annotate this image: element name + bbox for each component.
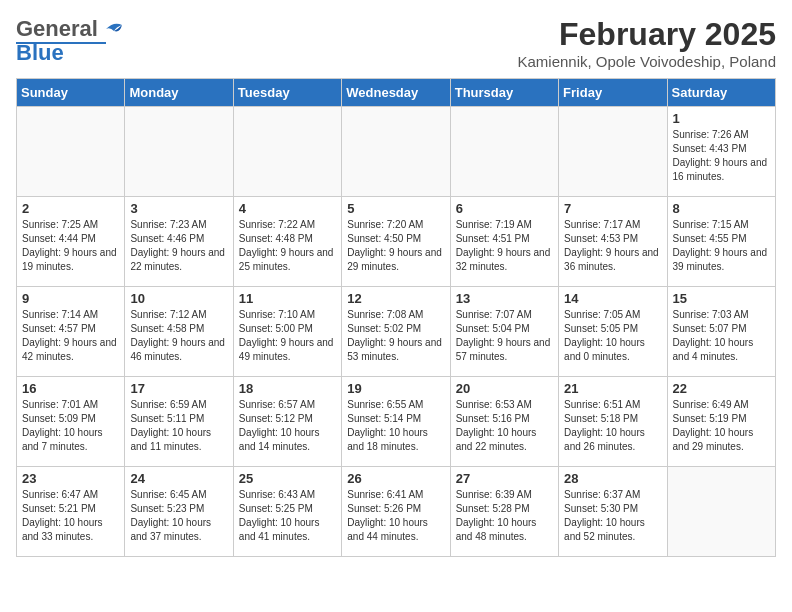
calendar-cell	[17, 107, 125, 197]
day-info: Sunrise: 6:55 AM Sunset: 5:14 PM Dayligh…	[347, 399, 428, 452]
day-number: 17	[130, 381, 227, 396]
weekday-header-monday: Monday	[125, 79, 233, 107]
day-number: 18	[239, 381, 336, 396]
week-row-2: 2Sunrise: 7:25 AM Sunset: 4:44 PM Daylig…	[17, 197, 776, 287]
day-number: 12	[347, 291, 444, 306]
page-subtitle: Kamiennik, Opole Voivodeship, Poland	[517, 53, 776, 70]
day-number: 9	[22, 291, 119, 306]
calendar-cell	[342, 107, 450, 197]
day-number: 10	[130, 291, 227, 306]
day-number: 28	[564, 471, 661, 486]
day-number: 8	[673, 201, 770, 216]
day-number: 5	[347, 201, 444, 216]
weekday-header-sunday: Sunday	[17, 79, 125, 107]
calendar-cell	[667, 467, 775, 557]
calendar-cell	[233, 107, 341, 197]
week-row-4: 16Sunrise: 7:01 AM Sunset: 5:09 PM Dayli…	[17, 377, 776, 467]
day-number: 26	[347, 471, 444, 486]
day-number: 4	[239, 201, 336, 216]
calendar-cell: 16Sunrise: 7:01 AM Sunset: 5:09 PM Dayli…	[17, 377, 125, 467]
calendar-cell: 5Sunrise: 7:20 AM Sunset: 4:50 PM Daylig…	[342, 197, 450, 287]
day-info: Sunrise: 6:53 AM Sunset: 5:16 PM Dayligh…	[456, 399, 537, 452]
day-info: Sunrise: 6:43 AM Sunset: 5:25 PM Dayligh…	[239, 489, 320, 542]
page-header: General Blue February 2025 Kamiennik, Op…	[16, 16, 776, 70]
day-number: 23	[22, 471, 119, 486]
day-number: 15	[673, 291, 770, 306]
logo-text: General	[16, 16, 98, 42]
calendar-cell: 19Sunrise: 6:55 AM Sunset: 5:14 PM Dayli…	[342, 377, 450, 467]
day-info: Sunrise: 6:57 AM Sunset: 5:12 PM Dayligh…	[239, 399, 320, 452]
day-info: Sunrise: 7:08 AM Sunset: 5:02 PM Dayligh…	[347, 309, 442, 362]
day-info: Sunrise: 7:26 AM Sunset: 4:43 PM Dayligh…	[673, 129, 768, 182]
weekday-header-tuesday: Tuesday	[233, 79, 341, 107]
weekday-header-friday: Friday	[559, 79, 667, 107]
day-info: Sunrise: 6:45 AM Sunset: 5:23 PM Dayligh…	[130, 489, 211, 542]
page-title: February 2025	[517, 16, 776, 53]
day-number: 6	[456, 201, 553, 216]
calendar-cell: 18Sunrise: 6:57 AM Sunset: 5:12 PM Dayli…	[233, 377, 341, 467]
day-number: 7	[564, 201, 661, 216]
week-row-1: 1Sunrise: 7:26 AM Sunset: 4:43 PM Daylig…	[17, 107, 776, 197]
calendar-cell: 24Sunrise: 6:45 AM Sunset: 5:23 PM Dayli…	[125, 467, 233, 557]
week-row-3: 9Sunrise: 7:14 AM Sunset: 4:57 PM Daylig…	[17, 287, 776, 377]
calendar-cell: 6Sunrise: 7:19 AM Sunset: 4:51 PM Daylig…	[450, 197, 558, 287]
calendar-cell: 3Sunrise: 7:23 AM Sunset: 4:46 PM Daylig…	[125, 197, 233, 287]
day-number: 25	[239, 471, 336, 486]
day-info: Sunrise: 6:37 AM Sunset: 5:30 PM Dayligh…	[564, 489, 645, 542]
weekday-header-wednesday: Wednesday	[342, 79, 450, 107]
title-block: February 2025 Kamiennik, Opole Voivodesh…	[517, 16, 776, 70]
day-number: 19	[347, 381, 444, 396]
day-info: Sunrise: 6:41 AM Sunset: 5:26 PM Dayligh…	[347, 489, 428, 542]
day-info: Sunrise: 7:15 AM Sunset: 4:55 PM Dayligh…	[673, 219, 768, 272]
calendar-cell	[559, 107, 667, 197]
day-number: 27	[456, 471, 553, 486]
day-info: Sunrise: 7:03 AM Sunset: 5:07 PM Dayligh…	[673, 309, 754, 362]
day-info: Sunrise: 6:39 AM Sunset: 5:28 PM Dayligh…	[456, 489, 537, 542]
weekday-header-thursday: Thursday	[450, 79, 558, 107]
day-number: 11	[239, 291, 336, 306]
calendar-cell: 7Sunrise: 7:17 AM Sunset: 4:53 PM Daylig…	[559, 197, 667, 287]
calendar-table: SundayMondayTuesdayWednesdayThursdayFrid…	[16, 78, 776, 557]
week-row-5: 23Sunrise: 6:47 AM Sunset: 5:21 PM Dayli…	[17, 467, 776, 557]
calendar-cell: 11Sunrise: 7:10 AM Sunset: 5:00 PM Dayli…	[233, 287, 341, 377]
day-info: Sunrise: 7:05 AM Sunset: 5:05 PM Dayligh…	[564, 309, 645, 362]
calendar-cell: 22Sunrise: 6:49 AM Sunset: 5:19 PM Dayli…	[667, 377, 775, 467]
day-number: 21	[564, 381, 661, 396]
calendar-cell	[450, 107, 558, 197]
calendar-cell	[125, 107, 233, 197]
day-info: Sunrise: 7:20 AM Sunset: 4:50 PM Dayligh…	[347, 219, 442, 272]
day-info: Sunrise: 6:47 AM Sunset: 5:21 PM Dayligh…	[22, 489, 103, 542]
calendar-cell: 20Sunrise: 6:53 AM Sunset: 5:16 PM Dayli…	[450, 377, 558, 467]
day-info: Sunrise: 6:49 AM Sunset: 5:19 PM Dayligh…	[673, 399, 754, 452]
day-info: Sunrise: 7:19 AM Sunset: 4:51 PM Dayligh…	[456, 219, 551, 272]
day-info: Sunrise: 7:07 AM Sunset: 5:04 PM Dayligh…	[456, 309, 551, 362]
day-info: Sunrise: 7:12 AM Sunset: 4:58 PM Dayligh…	[130, 309, 225, 362]
calendar-cell: 13Sunrise: 7:07 AM Sunset: 5:04 PM Dayli…	[450, 287, 558, 377]
logo: General Blue	[16, 16, 128, 66]
day-info: Sunrise: 7:22 AM Sunset: 4:48 PM Dayligh…	[239, 219, 334, 272]
calendar-cell: 2Sunrise: 7:25 AM Sunset: 4:44 PM Daylig…	[17, 197, 125, 287]
day-number: 14	[564, 291, 661, 306]
day-info: Sunrise: 7:14 AM Sunset: 4:57 PM Dayligh…	[22, 309, 117, 362]
calendar-cell: 12Sunrise: 7:08 AM Sunset: 5:02 PM Dayli…	[342, 287, 450, 377]
day-number: 13	[456, 291, 553, 306]
day-number: 22	[673, 381, 770, 396]
logo-blue-label: Blue	[16, 40, 64, 66]
day-info: Sunrise: 7:25 AM Sunset: 4:44 PM Dayligh…	[22, 219, 117, 272]
calendar-cell: 27Sunrise: 6:39 AM Sunset: 5:28 PM Dayli…	[450, 467, 558, 557]
calendar-cell: 1Sunrise: 7:26 AM Sunset: 4:43 PM Daylig…	[667, 107, 775, 197]
day-info: Sunrise: 7:17 AM Sunset: 4:53 PM Dayligh…	[564, 219, 659, 272]
day-info: Sunrise: 7:23 AM Sunset: 4:46 PM Dayligh…	[130, 219, 225, 272]
calendar-cell: 25Sunrise: 6:43 AM Sunset: 5:25 PM Dayli…	[233, 467, 341, 557]
calendar-cell: 26Sunrise: 6:41 AM Sunset: 5:26 PM Dayli…	[342, 467, 450, 557]
calendar-cell: 15Sunrise: 7:03 AM Sunset: 5:07 PM Dayli…	[667, 287, 775, 377]
day-info: Sunrise: 6:51 AM Sunset: 5:18 PM Dayligh…	[564, 399, 645, 452]
weekday-header-saturday: Saturday	[667, 79, 775, 107]
day-info: Sunrise: 6:59 AM Sunset: 5:11 PM Dayligh…	[130, 399, 211, 452]
day-number: 24	[130, 471, 227, 486]
day-info: Sunrise: 7:01 AM Sunset: 5:09 PM Dayligh…	[22, 399, 103, 452]
day-number: 2	[22, 201, 119, 216]
calendar-cell: 10Sunrise: 7:12 AM Sunset: 4:58 PM Dayli…	[125, 287, 233, 377]
logo-bird-icon	[100, 19, 128, 39]
calendar-cell: 8Sunrise: 7:15 AM Sunset: 4:55 PM Daylig…	[667, 197, 775, 287]
